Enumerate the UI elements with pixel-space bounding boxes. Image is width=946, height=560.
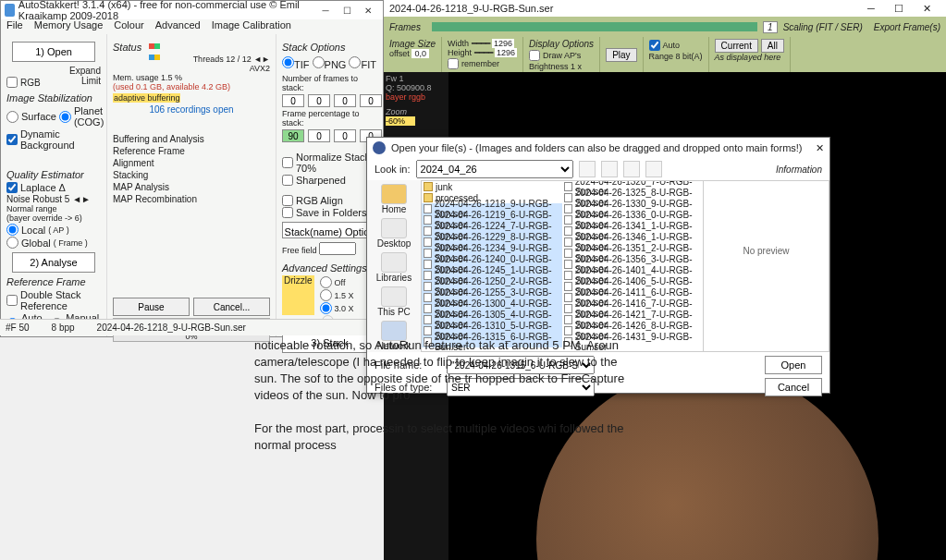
viewer-minimize[interactable]: ─ xyxy=(857,3,885,14)
maximize-button[interactable]: ☐ xyxy=(337,2,358,18)
lookin-select[interactable]: 2024_04_26 xyxy=(416,160,573,178)
up-icon[interactable] xyxy=(601,161,618,177)
remember-checkbox[interactable] xyxy=(448,58,459,69)
menu-memory[interactable]: Memory Usage xyxy=(34,19,104,34)
all-button[interactable]: All xyxy=(761,39,784,53)
minimize-button[interactable]: ─ xyxy=(315,2,337,18)
frames-slider[interactable] xyxy=(432,22,757,31)
limit-label[interactable]: Limit xyxy=(81,76,101,89)
fit-radio[interactable] xyxy=(349,56,361,68)
current-button[interactable]: Current xyxy=(715,39,758,53)
menu-colour[interactable]: Colour xyxy=(114,19,143,34)
pause-button[interactable]: Pause xyxy=(113,298,190,316)
autostakkert-statusbar: #F 50 8 bpp 2024-04-26-1218_9-U-RGB-Sun.… xyxy=(0,319,384,335)
places-sidebar: Home Desktop Libraries This PC Network xyxy=(367,180,421,352)
freefield-input[interactable] xyxy=(319,242,356,255)
rgb-checkbox[interactable] xyxy=(6,77,18,88)
analyse-button[interactable]: 2) Analyse xyxy=(12,252,95,273)
place-desktop[interactable]: Desktop xyxy=(377,218,412,249)
image-stab-heading: Image Stabilization xyxy=(6,92,101,103)
stack-options-heading: Stack Options xyxy=(282,42,377,53)
cancel-button[interactable]: Cancel... xyxy=(193,298,270,316)
viewer-titlebar[interactable]: 2024-04-26-1218_9-U-RGB-Sun.ser ─ ☐ ✕ xyxy=(384,0,946,17)
sharpened-checkbox[interactable] xyxy=(282,175,293,186)
viewmode-icon[interactable] xyxy=(645,161,662,177)
dynbg-checkbox[interactable] xyxy=(6,134,18,145)
viewer-close[interactable]: ✕ xyxy=(913,3,940,15)
file-preview: No preview xyxy=(704,180,829,352)
drawaps-checkbox[interactable] xyxy=(529,50,540,61)
menu-advanced[interactable]: Advanced xyxy=(155,19,201,34)
open-button[interactable]: 1) Open xyxy=(12,42,95,62)
app-icon xyxy=(5,4,15,17)
menu-calibration[interactable]: Image Calibration xyxy=(212,19,291,34)
surface-radio[interactable] xyxy=(6,111,18,123)
filedialog-close[interactable]: ✕ xyxy=(816,142,824,154)
auto-checkbox[interactable] xyxy=(649,40,660,51)
place-home[interactable]: Home xyxy=(381,184,407,214)
normalize-checkbox[interactable] xyxy=(282,157,293,168)
back-icon[interactable] xyxy=(579,161,596,177)
newfolder-icon[interactable] xyxy=(623,161,640,177)
menu-bar: File Memory Usage Colour Advanced Image … xyxy=(1,19,383,34)
local-radio[interactable] xyxy=(6,224,18,236)
viewer-left-panel: Fw 1 Q: 500900.8 bayer rggb Zoom -60% xyxy=(384,72,448,128)
place-thispc[interactable]: This PC xyxy=(377,286,411,317)
global-radio[interactable] xyxy=(6,237,18,249)
png-radio[interactable] xyxy=(313,56,325,68)
play-button[interactable]: Play xyxy=(606,48,636,62)
doublestack-checkbox[interactable] xyxy=(6,295,18,306)
ref-frame-heading: Reference Frame xyxy=(6,276,101,287)
list-item[interactable]: junk xyxy=(422,181,562,192)
viewer-maximize[interactable]: ☐ xyxy=(885,3,913,15)
laplace-checkbox[interactable] xyxy=(6,182,18,193)
status-heading: Status xyxy=(113,42,141,53)
savefolders-checkbox[interactable] xyxy=(282,207,293,218)
rgbalign-checkbox[interactable] xyxy=(282,195,293,206)
filedialog-titlebar[interactable]: Open your file(s) - (Images and folders … xyxy=(367,138,829,158)
title-bar[interactable]: AutoStakkert! 3.1.4 (x64) - free for non… xyxy=(1,1,383,19)
menu-file[interactable]: File xyxy=(6,19,23,34)
autostakkert-window: AutoStakkert! 3.1.4 (x64) - free for non… xyxy=(0,0,384,337)
planet-radio[interactable] xyxy=(59,111,71,123)
quality-heading: Quality Estimator xyxy=(6,169,101,180)
tif-radio[interactable] xyxy=(282,56,294,68)
close-button[interactable]: ✕ xyxy=(358,2,379,18)
open-file-button[interactable]: Open xyxy=(765,356,822,374)
expand-label[interactable]: Expand xyxy=(69,66,101,76)
background-article: noticeable rotation, so AutoRun feature … xyxy=(254,337,643,454)
place-libraries[interactable]: Libraries xyxy=(376,252,412,283)
file-list[interactable]: junkprocessed2024-04-26-1218_9-U-RGB-Sun… xyxy=(421,180,704,352)
windows-icon xyxy=(149,40,164,53)
cancel-file-button[interactable]: Cancel xyxy=(765,378,822,396)
stackname-button[interactable]: Stack(name) Option xyxy=(282,222,377,238)
buffer-list: Buffering and Analysis Reference Frame A… xyxy=(113,133,270,205)
title-text: AutoStakkert! 3.1.4 (x64) - free for non… xyxy=(18,0,315,21)
filedialog-icon xyxy=(373,141,386,154)
